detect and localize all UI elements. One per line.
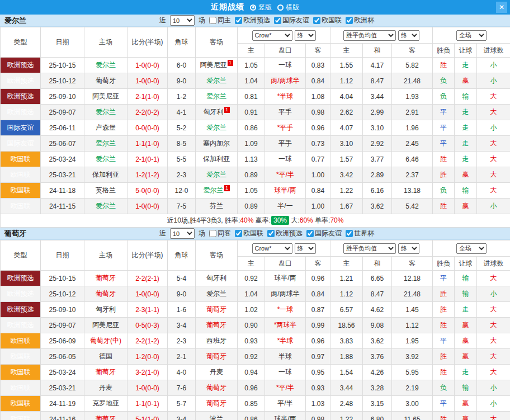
- match-count-select[interactable]: 10: [170, 15, 195, 26]
- away-team-cell: 丹麦: [196, 365, 238, 380]
- asia-away-odds: 0.96: [306, 271, 330, 286]
- checkbox-input[interactable]: [274, 17, 281, 24]
- competition-filter-checkbox[interactable]: 世界杯: [346, 229, 374, 238]
- home-team-cell: 匈牙利: [84, 302, 128, 318]
- scope-select[interactable]: 全场: [456, 30, 487, 41]
- bookmaker-select[interactable]: Crow*: [252, 30, 292, 41]
- summary-label: 单率:: [313, 216, 330, 224]
- handicap-result-cell: 赢: [455, 396, 477, 412]
- competition-filter-checkbox[interactable]: 国际友谊: [274, 16, 309, 25]
- goals-result-cell: 大: [477, 136, 510, 152]
- team-name-text: 阿美尼亚: [200, 61, 227, 69]
- competition-filter-checkbox[interactable]: 同客: [209, 229, 231, 238]
- team-name-text: 葡萄牙: [206, 352, 226, 360]
- score-cell: 2-1(1-0): [128, 89, 168, 105]
- column-header: 角球: [168, 27, 196, 58]
- checkbox-label: 世界杯: [354, 229, 374, 238]
- checkbox-label: 欧洲预选: [276, 229, 303, 238]
- bookmaker-select[interactable]: Crow*: [252, 243, 292, 254]
- team-name: 葡萄牙: [4, 229, 26, 239]
- away-team-cell: 西班牙: [196, 333, 238, 349]
- close-button[interactable]: ✕: [496, 2, 507, 13]
- checkbox-label: 欧洲预选: [243, 16, 270, 25]
- euro-draw-odds: 4.17: [363, 58, 392, 73]
- handicap-result-cell: 赢: [455, 318, 477, 333]
- competition-filter-checkbox[interactable]: 欧洲预选: [267, 229, 303, 238]
- euro-away-odds: 1.12: [392, 318, 433, 333]
- euro-odds-filter-cell: 胜平负均值终: [330, 27, 433, 44]
- goals-result-cell: 大: [477, 152, 510, 167]
- asia-home-odds: 0.86: [238, 412, 265, 420]
- asia-home-odds: 0.96: [238, 380, 265, 396]
- outcome-cell: 胜: [433, 167, 455, 183]
- competition-filter-checkbox[interactable]: 欧洲杯: [346, 16, 374, 25]
- column-header: 客: [306, 44, 330, 58]
- competition-type: 欧洲预选: [1, 73, 41, 89]
- match-count-select[interactable]: 10: [170, 228, 195, 239]
- column-header: 客: [392, 44, 433, 58]
- checkbox-input[interactable]: [267, 230, 275, 237]
- corners-cell: 8-5: [168, 136, 196, 152]
- asia-handicap-line: 球半/两: [265, 412, 306, 420]
- stage1-select[interactable]: 终: [295, 30, 316, 41]
- competition-type: 欧国联: [1, 199, 41, 214]
- competition-filter-checkbox[interactable]: 同主: [209, 16, 231, 25]
- team-name-text: 克罗地亚: [92, 399, 119, 407]
- team-name-text: 葡萄牙: [206, 305, 226, 313]
- scope-select[interactable]: 全场: [456, 243, 487, 254]
- competition-filter-checkbox[interactable]: 欧国联: [313, 16, 342, 25]
- team-name-text: 保加利亚: [92, 171, 119, 178]
- avg-select[interactable]: 胜平负均值: [343, 243, 396, 254]
- checkbox-input[interactable]: [313, 17, 320, 24]
- asia-away-odds: 0.87: [306, 302, 330, 318]
- handicap-result-cell: 走: [455, 120, 477, 136]
- away-team-cell: 爱尔兰: [196, 73, 238, 89]
- layout-radio-horizontal[interactable]: 横版: [277, 3, 299, 12]
- column-header: 主: [238, 44, 265, 58]
- away-team-cell: 葡萄牙: [196, 380, 238, 396]
- column-header: 主场: [84, 240, 128, 271]
- checkbox-input[interactable]: [209, 230, 216, 237]
- match-row: 欧国联25-03-24葡萄牙3-2(1-0)4-0丹麦0.94一球0.951.5…: [1, 365, 510, 380]
- home-team-cell: 阿美尼亚: [84, 318, 128, 333]
- asia-odds-filter-cell: Crow*终: [238, 27, 330, 44]
- competition-filter-checkbox[interactable]: 国际友谊: [306, 229, 342, 238]
- score-cell: 1-0(0-0): [128, 58, 168, 73]
- stage1-select[interactable]: 终: [295, 243, 316, 254]
- outcome-cell: 胜: [433, 318, 455, 333]
- checkbox-input[interactable]: [235, 17, 242, 24]
- outcome-cell: 负: [433, 89, 455, 105]
- euro-draw-odds: 3.28: [363, 380, 392, 396]
- checkbox-input[interactable]: [346, 17, 353, 24]
- match-date: 24-11-19: [41, 396, 84, 412]
- layout-radio-vertical[interactable]: 竖版: [250, 3, 272, 12]
- corners-cell: 5-5: [168, 152, 196, 167]
- asia-away-odds: 0.98: [306, 105, 330, 120]
- checkbox-input[interactable]: [235, 230, 242, 237]
- checkbox-input[interactable]: [209, 17, 216, 24]
- checkbox-input[interactable]: [346, 230, 353, 237]
- recent-results-panel: 近期战绩 竖版横版 ✕ 爱尔兰 近10场同主欧洲预选国际友谊欧国联欧洲杯 类型日…: [0, 0, 510, 420]
- outcome-cell: 负: [433, 380, 455, 396]
- stage2-select[interactable]: 终: [398, 243, 419, 254]
- competition-type: 国际友谊: [1, 120, 41, 136]
- red-card-badge: 1: [224, 185, 230, 191]
- goals-result-cell: 大: [477, 167, 510, 183]
- score-cell: 1-0(0-0): [128, 380, 168, 396]
- competition-filter-checkbox[interactable]: 欧国联: [235, 229, 263, 238]
- handicap-result-cell: 赢: [455, 167, 477, 183]
- euro-home-odds: 2.62: [330, 105, 363, 120]
- euro-away-odds: 2.19: [392, 380, 433, 396]
- asia-handicap-line: 两/两球半: [265, 73, 306, 89]
- checkbox-input[interactable]: [306, 230, 314, 237]
- competition-filter-checkbox[interactable]: 欧洲预选: [235, 16, 270, 25]
- stage2-select[interactable]: 终: [398, 30, 419, 41]
- match-date: 24-11-18: [41, 183, 84, 199]
- asia-away-odds: 0.84: [306, 183, 330, 199]
- avg-select[interactable]: 胜平负均值: [343, 30, 396, 41]
- score-cell: 1-2(0-0): [128, 349, 168, 365]
- euro-draw-odds: 6.65: [363, 271, 392, 286]
- match-row: 欧洲预选25-09-07阿美尼亚0-5(0-3)3-4葡萄牙0.90*两球半0.…: [1, 318, 510, 333]
- corners-cell: 2-1: [168, 349, 196, 365]
- score-cell: 1-1(1-0): [128, 136, 168, 152]
